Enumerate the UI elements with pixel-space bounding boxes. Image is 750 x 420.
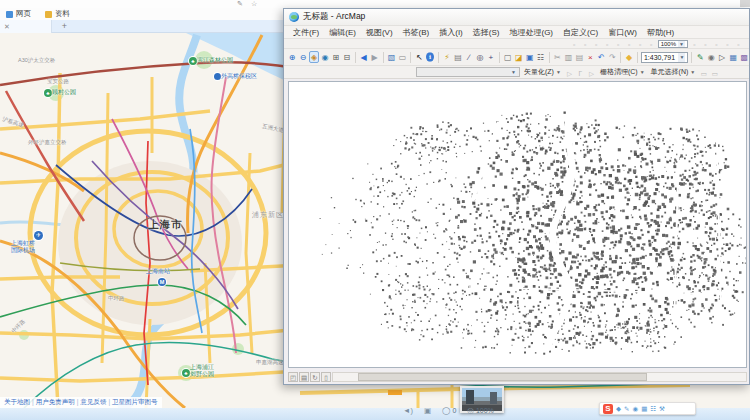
fixed-zoom-in-icon[interactable]: ⊞ bbox=[331, 51, 341, 63]
cell-selection-menu[interactable]: 单元选择(N)▼ bbox=[649, 67, 698, 77]
menu-帮助(H)[interactable]: 帮助(H) bbox=[642, 27, 679, 38]
goto-xy-icon[interactable]: + bbox=[486, 51, 496, 63]
menu-自定义(C)[interactable]: 自定义(C) bbox=[558, 27, 603, 38]
menu-窗口(W)[interactable]: 窗口(W) bbox=[603, 27, 642, 38]
footer-link[interactable]: 意见反馈 bbox=[80, 398, 106, 405]
skin-icon[interactable]: ☷ bbox=[650, 403, 656, 414]
data-driven-page-icon-icon[interactable]: ▫ bbox=[712, 39, 721, 48]
input-mode-icon[interactable]: ◆ bbox=[616, 403, 621, 414]
browser-tab[interactable]: ✕ bbox=[0, 20, 52, 33]
metro-marker-icon[interactable]: M bbox=[158, 278, 166, 286]
toggle-draft-icon-icon[interactable]: ▫ bbox=[690, 39, 699, 48]
layout-view-button[interactable]: ▤ bbox=[299, 372, 309, 382]
menu-视图(V)[interactable]: 视图(V) bbox=[361, 27, 398, 38]
zoom-level-icon[interactable]: ◎100% bbox=[467, 406, 493, 415]
fixed-zoom-in-icon-icon[interactable]: ▫ bbox=[603, 39, 612, 48]
print-icon[interactable]: ☷ bbox=[536, 51, 546, 63]
map-footer-links[interactable]: 关于地图|用户免责声明|意见反馈|卫星图片审图号 bbox=[0, 397, 162, 408]
bookmark-item[interactable]: 网页 bbox=[6, 9, 31, 19]
print-preview-icon-icon[interactable]: ▫ bbox=[734, 39, 743, 48]
magic-erase-icon[interactable]: ▭ bbox=[710, 68, 719, 77]
trace-between-points-icon[interactable]: Γ bbox=[576, 68, 585, 77]
arcmap-window[interactable]: 无标题 - ArcMap 文件(F)编辑(E)视图(V)书签(B)插入(I)选择… bbox=[283, 8, 750, 385]
airport-marker-icon[interactable]: ✈ bbox=[34, 231, 43, 240]
generate-features-icon[interactable]: ▷ bbox=[565, 68, 574, 77]
pan-icon[interactable]: ◈ bbox=[309, 51, 319, 63]
html-popup-icon[interactable]: ▤ bbox=[453, 51, 463, 63]
scale-combo[interactable]: 1:430,791▼ bbox=[641, 52, 689, 63]
capture-icon[interactable]: ▣ bbox=[424, 406, 431, 415]
zoom-out-icon[interactable]: ⊖ bbox=[298, 51, 308, 63]
open-icon[interactable]: ◪ bbox=[514, 51, 524, 63]
erase-icon[interactable]: ▭ bbox=[699, 68, 708, 77]
clear-selection-icon[interactable]: ▭ bbox=[397, 51, 407, 63]
footer-link[interactable]: 卫星图片审图号 bbox=[112, 398, 158, 405]
add-data-icon[interactable]: ◆ bbox=[624, 51, 634, 63]
voice-icon[interactable]: ◉ bbox=[632, 403, 638, 414]
data-view-button[interactable]: ◰ bbox=[288, 372, 298, 382]
menu-选择(S)[interactable]: 选择(S) bbox=[468, 27, 505, 38]
layout-zoom-combo[interactable]: 100%▼ bbox=[658, 40, 688, 48]
shield-count-icon[interactable]: ◯0 bbox=[442, 406, 456, 415]
volume-icon[interactable]: ◄) bbox=[403, 406, 413, 415]
pen-icon[interactable]: ✎ bbox=[624, 403, 629, 414]
back-extent-icon-icon[interactable]: ▫ bbox=[636, 39, 645, 48]
select-features-icon[interactable]: ▧ bbox=[386, 51, 396, 63]
park-marker-icon[interactable]: ♣ bbox=[189, 57, 197, 65]
horizontal-scrollbar[interactable] bbox=[332, 372, 747, 382]
tab-close-icon[interactable]: ✕ bbox=[4, 23, 10, 31]
vectorize-menu[interactable]: 矢量化(Z)▼ bbox=[522, 67, 563, 77]
bookmark-item[interactable]: 资料 bbox=[45, 9, 70, 19]
vectorization-trace-icon[interactable]: ▷ bbox=[587, 68, 596, 77]
editor-target-icon[interactable]: ◉ bbox=[706, 51, 716, 63]
full-extent-icon[interactable]: ◉ bbox=[320, 51, 330, 63]
copy-icon[interactable]: ▥ bbox=[563, 51, 573, 63]
sogou-input-bar[interactable]: S ◆✎◉▦☷⚒ bbox=[599, 402, 696, 415]
menu-插入(I)[interactable]: 插入(I) bbox=[434, 27, 468, 38]
park-marker-icon[interactable]: ♣ bbox=[44, 89, 52, 97]
pan-layout-icon-icon[interactable]: ▫ bbox=[592, 39, 601, 48]
menu-文件(F)[interactable]: 文件(F) bbox=[288, 27, 324, 38]
zoom-100-icon-icon[interactable]: ▫ bbox=[581, 39, 590, 48]
select-elements-icon[interactable]: ↖ bbox=[414, 51, 424, 63]
editor-attributes-icon[interactable]: ▦ bbox=[728, 51, 738, 63]
editor-pencil-icon[interactable]: ✎ bbox=[695, 51, 705, 63]
poi-marker-icon[interactable] bbox=[214, 73, 221, 80]
park-marker-icon[interactable]: ♣ bbox=[182, 369, 190, 377]
redo-icon[interactable]: ↷ bbox=[607, 51, 617, 63]
toolbox-icon[interactable]: ⚒ bbox=[659, 403, 665, 414]
forward-extent-icon-icon[interactable]: ▫ bbox=[647, 39, 656, 48]
pause-drawing-button[interactable]: ▯ bbox=[321, 372, 331, 382]
cut-icon[interactable]: ✂ bbox=[552, 51, 562, 63]
arcmap-title-bar[interactable]: 无标题 - ArcMap bbox=[284, 9, 749, 26]
footer-link[interactable]: 关于地图 bbox=[4, 398, 30, 405]
identify-icon[interactable]: ℹ bbox=[426, 52, 434, 62]
paste-icon[interactable]: ▤ bbox=[574, 51, 584, 63]
measure-icon[interactable]: ∕ bbox=[464, 51, 474, 63]
fixed-zoom-out-icon[interactable]: ⊟ bbox=[342, 51, 352, 63]
new-tab-button[interactable]: + bbox=[58, 20, 71, 33]
hyperlink-icon[interactable]: ⚡ bbox=[442, 51, 452, 63]
refresh-view-icon-icon[interactable]: ▫ bbox=[625, 39, 634, 48]
fixed-zoom-out-icon-icon[interactable]: ▫ bbox=[614, 39, 623, 48]
focus-frame-icon-icon[interactable]: ▫ bbox=[701, 39, 710, 48]
editor-sketch-icon[interactable]: ▷ bbox=[717, 51, 727, 63]
save-icon[interactable]: ▣ bbox=[525, 51, 535, 63]
find-icon[interactable]: ◎ bbox=[475, 51, 485, 63]
scrollbar-thumb[interactable] bbox=[358, 373, 647, 381]
undo-icon[interactable]: ↶ bbox=[596, 51, 606, 63]
zoom-whole-page-icon-icon[interactable]: ▫ bbox=[570, 39, 579, 48]
data-driven-next-icon-icon[interactable]: ▫ bbox=[723, 39, 732, 48]
new-document-icon[interactable]: ▢ bbox=[503, 51, 513, 63]
board-icon[interactable]: ▦ bbox=[641, 403, 647, 414]
menu-书签(B)[interactable]: 书签(B) bbox=[398, 27, 435, 38]
zoom-in-icon[interactable]: ⊕ bbox=[287, 51, 297, 63]
forward-icon[interactable]: ▶ bbox=[370, 51, 380, 63]
refresh-button[interactable]: ↻ bbox=[310, 372, 320, 382]
raster-cleanup-menu[interactable]: 栅格清理(C)▼ bbox=[598, 67, 647, 77]
edit-icon[interactable]: ✎ bbox=[237, 0, 243, 8]
back-icon[interactable]: ◀ bbox=[359, 51, 369, 63]
menu-地理处理(G)[interactable]: 地理处理(G) bbox=[504, 27, 558, 38]
delete-icon[interactable]: × bbox=[585, 51, 595, 63]
footer-link[interactable]: 用户免责声明 bbox=[36, 398, 75, 405]
